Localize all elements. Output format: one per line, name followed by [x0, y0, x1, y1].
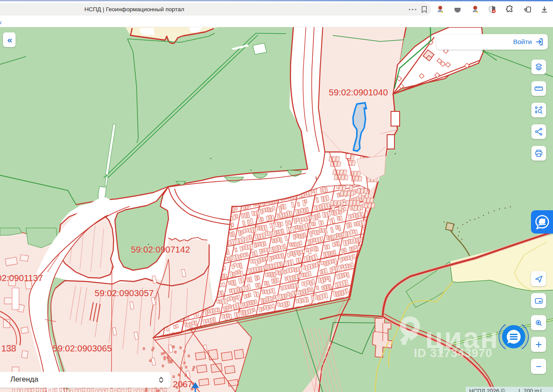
svg-text:ID 317343970: ID 317343970 [414, 347, 493, 360]
svg-text:59:02:0903057: 59:02:0903057 [95, 288, 154, 298]
svg-text:200 m: 200 m [524, 388, 539, 392]
svg-text:НСПД 2026 ©: НСПД 2026 © [469, 388, 505, 392]
svg-text:59:02:0907142: 59:02:0907142 [131, 244, 190, 254]
svg-text:59:02:0901040: 59:02:0901040 [329, 87, 388, 97]
svg-text:2067: 2067 [173, 379, 193, 389]
svg-text:59:02:0901137: 59:02:0901137 [0, 273, 43, 283]
svg-text:138: 138 [1, 343, 16, 353]
svg-text:59:02:0903065: 59:02:0903065 [53, 343, 112, 353]
